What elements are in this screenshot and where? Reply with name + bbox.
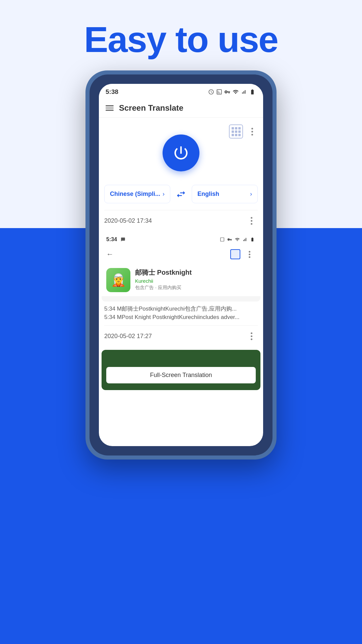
wifi-icon [232,89,239,95]
source-language-text: Chinese (Simpli... [110,191,160,198]
status-icons-right [208,89,256,95]
screenshot-app-content: 🧝 邮骑士 Postknight Kurechii 包含广告 · 应用内购买 [102,264,260,296]
app-title: Screen Translate [119,103,183,113]
screenshot-more-btn [243,247,256,261]
screenshot-status-icons [220,237,256,242]
language-selector: Chinese (Simpli... › English › [104,185,258,203]
fullscreen-translation-label: Full-Screen Translation [113,372,249,379]
power-area [99,118,263,178]
nfc-icon [216,89,222,95]
power-icon [172,144,190,162]
status-bar: 5:38 [99,84,263,99]
timestamp-2: 2020-05-02 17:27 [104,333,152,340]
selection-icon [230,249,240,259]
fullscreen-screenshot-card: Full-Screen Translation [102,350,260,390]
target-language-button[interactable]: English › [192,185,258,203]
target-chevron-icon: › [250,191,252,198]
phone-outer-shell: 5:38 [85,70,277,460]
swap-languages-button[interactable] [174,187,188,202]
grid-dots-icon [232,127,241,136]
swap-icon [176,189,186,200]
screenshot-back-area: ← [102,245,260,264]
timestamp-1: 2020-05-02 17:34 [104,217,152,224]
timestamp-row-2: 2020-05-02 17:27 [104,329,258,343]
translated-text-1: 5:34 MPost Knight PostknightKurechiinclu… [104,314,258,321]
alarm-icon [208,89,214,95]
screenshot-time: 5:34 [106,236,117,243]
phone-inner-shell: 5:38 [89,74,273,455]
source-chevron-icon: › [163,191,165,198]
postknight-meta: 包含广告 · 应用内购买 [135,285,256,291]
screenshot-toolbar [230,247,256,261]
hero-title: Easy to use [0,18,362,60]
postknight-dev: Kurechii [135,278,256,284]
key-icon [224,89,230,95]
postknight-icon: 🧝 [106,268,130,292]
fullscreen-translation-popup: Full-Screen Translation [106,367,256,383]
battery-icon [248,89,256,95]
phone-mockup: 5:38 [85,70,277,460]
screenshot-msg-icon [120,237,126,242]
history-more-button-2[interactable] [245,329,258,343]
timestamp-row-1: 2020-05-02 17:34 [104,214,258,228]
target-language-text: English [197,191,219,198]
toolbar-right [229,124,258,139]
app-header: Screen Translate [99,99,263,118]
screenshot-card-1: 5:34 ← [102,234,260,302]
postknight-name: 邮骑士 Postknight [135,268,256,277]
history-item-2: 2020-05-02 17:27 [99,326,263,350]
signal-icon [241,89,246,95]
history-item-1: 2020-05-02 17:34 [99,210,263,234]
status-time: 5:38 [106,88,118,96]
source-language-button[interactable]: Chinese (Simpli... › [104,185,170,203]
back-arrow-icon: ← [106,250,114,259]
more-options-button[interactable] [246,124,258,139]
phone-screen: 5:38 [99,84,263,446]
hamburger-menu[interactable] [106,105,114,111]
power-button[interactable] [163,135,199,171]
original-text-1: 5:34 M邮骑士PostknightKurechi包含广告,应用内购... [104,305,258,313]
translation-text-1: 5:34 M邮骑士PostknightKurechi包含广告,应用内购... 5… [99,302,263,325]
grid-select-button[interactable] [229,124,243,139]
app-info: 邮骑士 Postknight Kurechii 包含广告 · 应用内购买 [135,268,256,291]
history-more-button-1[interactable] [245,214,258,228]
